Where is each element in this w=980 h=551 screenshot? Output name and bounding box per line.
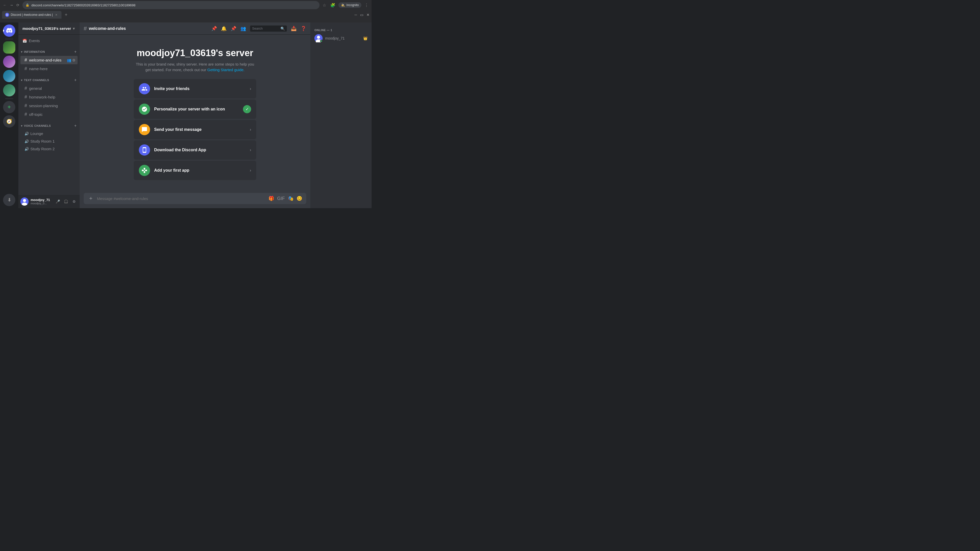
- url-text: discord.com/channels/1182725800202616983…: [32, 3, 135, 7]
- category-text-channels[interactable]: ▼ TEXT CHANNELS +: [18, 73, 80, 84]
- extension-button[interactable]: 🧩: [329, 2, 336, 9]
- user-settings-button[interactable]: ⚙: [70, 198, 78, 205]
- members-button[interactable]: 👥: [240, 26, 246, 32]
- information-add-channel-button[interactable]: +: [73, 49, 78, 55]
- voice-channels-category-label: VOICE CHANNELS: [24, 124, 72, 127]
- title-bar: ← → ⟳ 🔒 discord.com/channels/11827258002…: [0, 0, 372, 10]
- discord-home-button[interactable]: [3, 24, 15, 37]
- getting-started-link[interactable]: Getting Started guide.: [207, 68, 245, 72]
- notifications-button[interactable]: 🔔: [221, 26, 227, 32]
- task-first-app[interactable]: Add your first app ›: [134, 161, 256, 180]
- channel-header-name: welcome-and-rules: [89, 26, 126, 31]
- task-chevron-icon: ›: [250, 86, 251, 91]
- address-bar[interactable]: 🔒 discord.com/channels/11827258002026169…: [22, 1, 320, 9]
- server-dropdown-icon: ▼: [72, 27, 76, 30]
- forward-button[interactable]: →: [9, 2, 14, 8]
- server-icon-2[interactable]: [3, 56, 15, 68]
- channel-hash-icon: #: [24, 103, 27, 108]
- online-members-header: ONLINE — 1: [312, 27, 369, 33]
- member-status-dot: [320, 40, 323, 42]
- pinned-button[interactable]: 📌: [231, 26, 236, 32]
- task-message-label: Send your first message: [154, 127, 246, 132]
- chat-area: moodjoy71_03619's server This is your br…: [80, 35, 310, 193]
- text-channels-add-button[interactable]: +: [73, 77, 78, 83]
- events-icon: 📅: [22, 39, 27, 43]
- add-server-button[interactable]: +: [3, 101, 15, 113]
- minimize-button[interactable]: ─: [355, 13, 357, 17]
- task-cards: Invite your friends › Personalize your s…: [134, 79, 256, 180]
- user-status: moodjoy_0...: [30, 202, 52, 205]
- user-controls: 🎤 🎧 ⚙: [54, 198, 78, 205]
- mute-button[interactable]: 🎤: [54, 198, 61, 205]
- task-first-message[interactable]: Send your first message ›: [134, 120, 256, 139]
- sticker-button[interactable]: 🎭: [288, 196, 293, 201]
- tab-close-button[interactable]: ✕: [54, 13, 59, 17]
- settings-icon[interactable]: ⚙: [72, 58, 76, 62]
- server-header[interactable]: moodjoy71_03619's server ▼: [18, 22, 80, 35]
- user-area: moodjoy_71 moodjoy_0... 🎤 🎧 ⚙: [18, 195, 80, 208]
- channel-name: session-planning: [29, 103, 58, 108]
- tab-title: Discord | #welcome-and-rules |: [11, 13, 53, 17]
- message-input[interactable]: [97, 197, 266, 201]
- gift-button[interactable]: 🎁: [269, 196, 274, 201]
- emoji-button[interactable]: 😊: [297, 196, 302, 201]
- search-bar[interactable]: Search 🔍: [250, 25, 287, 32]
- threads-button[interactable]: 📌: [211, 26, 217, 32]
- channel-general[interactable]: # general: [21, 84, 78, 93]
- channel-name: off-topic: [29, 112, 43, 117]
- voice-channels-chevron-icon: ▼: [21, 124, 23, 127]
- message-input-wrapper: + 🎁 GIF 🎭 😊: [84, 193, 306, 204]
- voice-channels-add-button[interactable]: +: [73, 123, 78, 129]
- server-icon-1[interactable]: [3, 41, 15, 54]
- channel-off-topic[interactable]: # off-topic: [21, 110, 78, 119]
- member-avatar: [314, 34, 323, 42]
- add-member-icon[interactable]: 👥: [67, 58, 71, 62]
- channel-welcome-and-rules[interactable]: # welcome-and-rules 👥 ⚙: [21, 56, 78, 64]
- channel-study-room-1[interactable]: 🔊 Study Room 1: [21, 138, 78, 145]
- maximize-button[interactable]: ▭: [360, 13, 363, 17]
- channel-session-planning[interactable]: # session-planning: [21, 102, 78, 110]
- channel-lounge[interactable]: 🔊 Lounge: [21, 130, 78, 137]
- channel-study-room-2[interactable]: 🔊 Study Room 2: [21, 145, 78, 152]
- channel-hash-icon: #: [24, 57, 27, 63]
- category-voice-channels[interactable]: ▼ VOICE CHANNELS +: [18, 119, 80, 130]
- task-personalize[interactable]: Personalize your server with an icon ✓: [134, 100, 256, 119]
- refresh-button[interactable]: ⟳: [15, 2, 21, 8]
- channel-name-here[interactable]: # name-here: [21, 65, 78, 73]
- message-input-area: + 🎁 GIF 🎭 😊: [80, 193, 310, 208]
- category-information[interactable]: ▼ INFORMATION +: [18, 45, 80, 56]
- close-button[interactable]: ✕: [366, 13, 369, 17]
- task-download-app[interactable]: Download the Discord App ›: [134, 140, 256, 160]
- tab-favicon: D: [5, 13, 9, 17]
- add-attachment-button[interactable]: +: [88, 195, 94, 202]
- task-personalize-icon: [139, 103, 150, 115]
- help-button[interactable]: ❓: [301, 26, 306, 32]
- active-tab[interactable]: D Discord | #welcome-and-rules | ✕: [2, 11, 62, 19]
- main-content: # welcome-and-rules 📌 🔔 📌 👥 Search 🔍 📥 ❓…: [80, 22, 310, 208]
- speaker-icon: 🔊: [24, 139, 29, 143]
- inbox-button[interactable]: 📥: [291, 26, 297, 32]
- events-item[interactable]: 📅 Events: [18, 37, 80, 45]
- new-tab-button[interactable]: +: [62, 11, 70, 18]
- back-button[interactable]: ←: [2, 2, 8, 8]
- server-icon-3[interactable]: [3, 70, 15, 82]
- server-icon-4[interactable]: [3, 84, 15, 97]
- download-apps-button[interactable]: ⬇: [3, 194, 15, 206]
- nav-actions: ☆ 🧩 🕵 Incognito ⋮: [321, 2, 369, 9]
- svg-point-1: [23, 199, 26, 202]
- bookmark-button[interactable]: ☆: [321, 2, 327, 9]
- task-invite-friends[interactable]: Invite your friends ›: [134, 79, 256, 98]
- voice-channel-name: Lounge: [30, 131, 43, 136]
- channel-name: name-here: [29, 67, 48, 71]
- server-name: moodjoy71_03619's server: [22, 26, 72, 30]
- gif-button[interactable]: GIF: [277, 196, 285, 201]
- member-item[interactable]: moodjoy_71 👑: [312, 33, 369, 44]
- channel-homework-help[interactable]: # homework-help: [21, 93, 78, 101]
- discover-servers-button[interactable]: 🧭: [3, 115, 15, 127]
- menu-button[interactable]: ⋮: [363, 2, 369, 9]
- deafen-button[interactable]: 🎧: [62, 198, 69, 205]
- server-sidebar: + 🧭 ⬇: [0, 22, 18, 208]
- server-welcome-title: moodjoy71_03619's server: [137, 48, 253, 59]
- channel-name: welcome-and-rules: [29, 58, 62, 62]
- text-channels-chevron-icon: ▼: [21, 79, 23, 82]
